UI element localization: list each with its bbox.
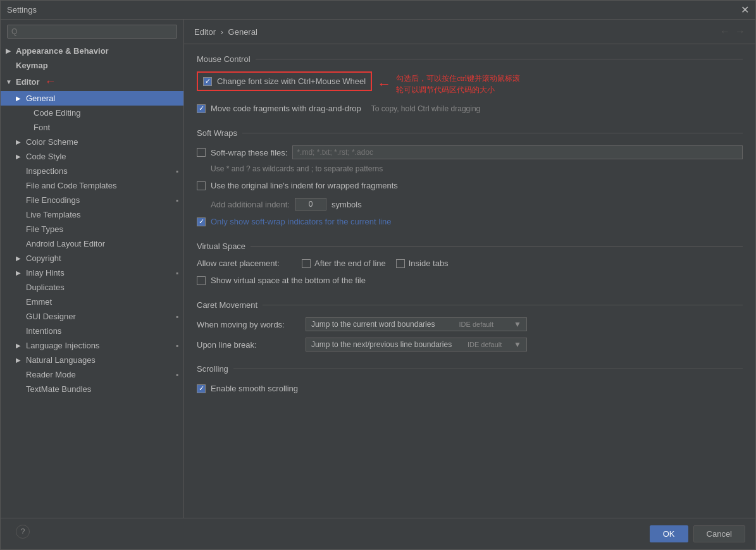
indicator-guid: ▪ xyxy=(176,312,178,321)
sidebar-item-live-templates[interactable]: ▶ Live Templates xyxy=(1,207,183,222)
only-show-label: Only show soft-wrap indicators for the c… xyxy=(211,217,391,226)
main-panel: Editor › General ← → Mouse Control xyxy=(184,20,755,518)
sidebar: ▶ Appearance & Behavior ▶ Keymap ▼ Edito… xyxy=(1,20,184,518)
mouse-control-section: Mouse Control ✓ Change font size with Ct… xyxy=(197,54,743,116)
dropdown-arrow-line-break: ▼ xyxy=(514,340,521,349)
sidebar-item-general[interactable]: ▶ General xyxy=(1,91,183,106)
line-break-label: Upon line break: xyxy=(197,340,298,350)
sidebar-item-emmet[interactable]: ▶ Emmet xyxy=(1,295,183,309)
line-break-dropdown[interactable]: Jump to the next/previous line boundarie… xyxy=(306,338,527,351)
breadcrumb: Editor › General xyxy=(194,27,257,37)
search-box xyxy=(1,20,183,44)
inside-tabs-option: Inside tabs xyxy=(396,259,449,268)
smooth-scrolling-checkbox[interactable]: ✓ xyxy=(197,384,206,393)
sidebar-item-label: Appearance & Behavior xyxy=(16,46,109,56)
sidebar-item-appearance[interactable]: ▶ Appearance & Behavior xyxy=(1,44,183,58)
sidebar-item-label: Copyright xyxy=(26,254,61,263)
after-end-checkbox[interactable] xyxy=(302,259,311,268)
footer-left: ? xyxy=(11,525,645,544)
original-indent-label: Use the original line's indent for wrapp… xyxy=(211,181,398,190)
words-ide-default: IDE default xyxy=(459,321,493,328)
sidebar-item-label: File and Code Templates xyxy=(26,181,117,190)
virtual-space-title: Virtual Space xyxy=(197,241,743,251)
indicator-fe: ▪ xyxy=(176,196,178,205)
sidebar-item-android-layout-editor[interactable]: ▶ Android Layout Editor xyxy=(1,236,183,251)
moving-by-words-dropdown[interactable]: Jump to the current word boundaries IDE … xyxy=(306,317,527,331)
forward-button[interactable]: → xyxy=(735,26,745,37)
indicator-li: ▪ xyxy=(176,341,178,350)
help-button[interactable]: ? xyxy=(16,525,30,539)
settings-window: Settings ✕ ▶ Appearance & Behavior ▶ Key… xyxy=(0,0,756,550)
change-font-checkbox[interactable]: ✓ xyxy=(203,77,212,86)
sidebar-item-label: TextMate Bundles xyxy=(26,384,91,394)
back-button[interactable]: ← xyxy=(720,26,730,37)
only-show-row: ✓ Only show soft-wrap indicators for the… xyxy=(197,214,743,229)
sidebar-item-inspections[interactable]: ▶ Inspections ▪ xyxy=(1,164,183,178)
change-font-row: ✓ Change font size with Ctrl+Mouse Wheel xyxy=(197,71,372,91)
soft-wraps-title: Soft Wraps xyxy=(197,128,743,138)
soft-wrap-files-input[interactable] xyxy=(292,145,743,159)
sidebar-item-copyright[interactable]: ▶ Copyright xyxy=(1,251,183,266)
sidebar-item-inlay-hints[interactable]: ▶ Inlay Hints ▪ xyxy=(1,266,183,280)
caret-options: After the end of line Inside tabs xyxy=(302,259,449,268)
sidebar-item-file-code-templates[interactable]: ▶ File and Code Templates xyxy=(1,178,183,193)
sidebar-item-label: Android Layout Editor xyxy=(26,239,105,248)
cancel-button[interactable]: Cancel xyxy=(693,525,745,542)
original-indent-checkbox[interactable] xyxy=(197,181,206,190)
sidebar-item-gui-designer[interactable]: ▶ GUI Designer ▪ xyxy=(1,309,183,324)
after-end-label: After the end of line xyxy=(314,259,386,268)
sidebar-item-label: Code Editing xyxy=(34,108,80,118)
sidebar-item-file-encodings[interactable]: ▶ File Encodings ▪ xyxy=(1,193,183,207)
indicator-inspections: ▪ xyxy=(176,167,178,176)
breadcrumb-sep: › xyxy=(221,27,223,37)
soft-wraps-section: Soft Wraps Soft-wrap these files: Use * … xyxy=(197,128,743,229)
sidebar-item-language-injections[interactable]: ▶ Language Injections ▪ xyxy=(1,338,183,353)
caret-placement-row: Allow caret placement: After the end of … xyxy=(197,259,743,268)
soft-wrap-files-checkbox[interactable] xyxy=(197,148,206,157)
sidebar-item-color-scheme[interactable]: ▶ Color Scheme xyxy=(1,135,183,149)
sidebar-item-reader-mode[interactable]: ▶ Reader Mode ▪ xyxy=(1,367,183,382)
inside-tabs-checkbox[interactable] xyxy=(396,259,405,268)
move-code-hint: To copy, hold Ctrl while dragging xyxy=(371,104,481,113)
move-code-checkbox[interactable]: ✓ xyxy=(197,104,206,113)
sidebar-item-file-types[interactable]: ▶ File Types xyxy=(1,222,183,236)
search-input[interactable] xyxy=(7,25,177,39)
sidebar-item-label: Inlay Hints xyxy=(26,268,65,278)
sidebar-item-code-style[interactable]: ▶ Code Style xyxy=(1,149,183,164)
sidebar-item-label: Emmet xyxy=(26,297,52,307)
sidebar-item-label: Color Scheme xyxy=(26,137,78,147)
sidebar-item-code-editing[interactable]: ▶ Code Editing xyxy=(1,106,183,120)
only-show-checkbox[interactable]: ✓ xyxy=(197,217,206,226)
sidebar-item-label: Inspections xyxy=(26,166,68,176)
show-virtual-checkbox[interactable] xyxy=(197,276,206,285)
nav-arrows: ← → xyxy=(720,26,745,37)
scrolling-title: Scrolling xyxy=(197,364,743,374)
caret-placement-label: Allow caret placement: xyxy=(197,259,292,268)
sidebar-item-label: Keymap xyxy=(16,61,48,70)
sidebar-item-textmate-bundles[interactable]: ▶ TextMate Bundles xyxy=(1,382,183,396)
sidebar-item-editor[interactable]: ▼ Editor ← xyxy=(1,73,183,91)
sidebar-item-label: General xyxy=(26,94,55,103)
sidebar-item-duplicates[interactable]: ▶ Duplicates xyxy=(1,280,183,295)
expand-arrow-appearance: ▶ xyxy=(6,47,13,54)
expand-arrow-code-style: ▶ xyxy=(16,153,23,160)
sidebar-item-keymap[interactable]: ▶ Keymap xyxy=(1,58,183,73)
main-header: Editor › General ← → xyxy=(184,20,755,44)
sidebar-item-label: Natural Languages xyxy=(26,355,96,365)
moving-by-words-row: When moving by words: Jump to the curren… xyxy=(197,317,743,331)
expand-arrow-editor: ▼ xyxy=(6,78,13,85)
sidebar-item-natural-languages[interactable]: ▶ Natural Languages xyxy=(1,353,183,367)
indicator-ih: ▪ xyxy=(176,269,178,278)
footer-right: OK Cancel xyxy=(650,525,745,542)
indent-suffix: symbols xyxy=(332,200,362,209)
add-indent-input[interactable] xyxy=(295,198,326,211)
annotation-text: 勾选后，可以按住ctrl键并滚动鼠标滚轮可以调节代码区代码的大小 xyxy=(396,73,523,95)
sidebar-item-font[interactable]: ▶ Font xyxy=(1,120,183,135)
ok-button[interactable]: OK xyxy=(650,525,688,542)
footer: ? OK Cancel xyxy=(1,518,755,549)
moving-by-words-label: When moving by words: xyxy=(197,320,298,329)
close-button[interactable]: ✕ xyxy=(741,4,749,16)
caret-movement-title: Caret Movement xyxy=(197,300,743,310)
soft-wrap-files-row: Soft-wrap these files: xyxy=(197,145,743,159)
sidebar-item-intentions[interactable]: ▶ Intentions xyxy=(1,324,183,338)
